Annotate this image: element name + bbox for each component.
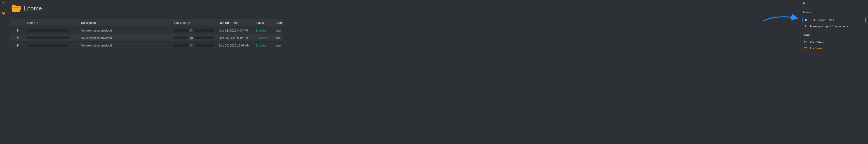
at-symbol: @ <box>189 36 194 40</box>
redacted-domain <box>195 29 214 32</box>
folder-icon <box>11 4 21 13</box>
table-row[interactable]: No description provided@Sep 15, 2020 10:… <box>10 42 283 49</box>
col-last-run-time[interactable]: Last Run Time <box>216 21 253 24</box>
table-row[interactable]: No description provided@Sep 14, 2020 5:1… <box>10 34 283 42</box>
sort-asc-icon: ↑ <box>37 22 38 24</box>
redacted-name <box>27 44 69 47</box>
svg-rect-4 <box>804 47 805 48</box>
action-edit-project-roles[interactable]: Edit Project Roles <box>802 17 866 23</box>
col-status-label: Status <box>256 21 264 24</box>
bell-icon[interactable] <box>16 29 19 32</box>
table-header: Name ↑ Description Last Run By Last Run … <box>10 19 283 27</box>
svg-rect-3 <box>804 41 807 43</box>
layout-card-view-label: Card View <box>810 41 824 44</box>
redacted-user <box>174 29 188 32</box>
plug-icon <box>804 24 807 28</box>
table-row[interactable]: No description provided@Aug 13, 2020 4:4… <box>10 27 283 34</box>
brand: Loome <box>10 4 281 13</box>
row-description: No description provided <box>81 44 112 47</box>
row-comm: true <box>276 29 281 32</box>
col-last-run-by-label: Last Run By <box>174 21 190 24</box>
row-last-run-time: Sep 15, 2020 10:07 AM <box>219 44 250 47</box>
col-description-label: Description <box>81 21 96 24</box>
bell-icon[interactable] <box>16 44 19 47</box>
at-symbol: @ <box>189 44 194 47</box>
svg-rect-9 <box>805 49 807 49</box>
action-manage-project-connections-label: Manage Project Connections <box>810 24 848 28</box>
redacted-user <box>174 37 188 39</box>
col-description[interactable]: Description <box>79 21 172 24</box>
section-layout-title: Layout <box>802 33 866 37</box>
svg-rect-8 <box>804 49 805 49</box>
collapse-right-panel-button[interactable] <box>802 2 866 8</box>
col-last-run-by[interactable]: Last Run By <box>172 21 216 24</box>
svg-rect-5 <box>805 47 807 48</box>
card-icon <box>804 41 807 44</box>
expand-left-rail-button[interactable] <box>2 2 5 5</box>
redacted-name <box>27 37 69 39</box>
main-content: Loome Name ↑ Description Last Run By <box>7 0 281 144</box>
layout-list-view-label: List View <box>810 47 822 50</box>
left-rail <box>0 0 7 144</box>
bell-icon[interactable] <box>16 36 19 40</box>
right-panel: Action Edit Project Roles Manage Project… <box>799 0 868 144</box>
svg-rect-7 <box>805 48 807 48</box>
svg-point-1 <box>805 19 806 20</box>
row-comm: true <box>276 44 281 47</box>
redacted-user <box>174 44 188 47</box>
col-status[interactable]: Status <box>253 21 273 24</box>
row-description: No description provided <box>81 36 112 40</box>
action-edit-project-roles-label: Edit Project Roles <box>811 18 834 22</box>
redacted-name <box>27 29 69 32</box>
svg-point-2 <box>806 19 807 20</box>
brand-name: Loome <box>24 5 42 12</box>
projects-table: Name ↑ Description Last Run By Last Run … <box>10 19 283 49</box>
layout-card-view[interactable]: Card View <box>802 39 866 45</box>
layout-list-view[interactable]: List View <box>802 45 866 51</box>
action-manage-project-connections[interactable]: Manage Project Connections <box>802 23 866 29</box>
col-name-label: Name <box>27 21 35 24</box>
row-status: Success <box>256 36 267 40</box>
row-last-run-time: Sep 14, 2020 5:12 PM <box>219 36 248 40</box>
list-icon <box>804 47 807 50</box>
add-button[interactable] <box>2 11 5 16</box>
row-description: No description provided <box>81 29 112 32</box>
row-comm: true <box>276 36 281 40</box>
row-last-run-time: Aug 13, 2020 4:43 PM <box>219 29 248 32</box>
col-last-run-time-label: Last Run Time <box>219 21 238 24</box>
redacted-domain <box>195 37 214 39</box>
col-name[interactable]: Name ↑ <box>25 21 79 24</box>
at-symbol: @ <box>189 29 194 32</box>
row-status: Success <box>256 29 267 32</box>
users-icon <box>804 18 808 22</box>
row-status: Success <box>256 44 267 47</box>
section-action-title: Action <box>802 11 866 14</box>
redacted-domain <box>195 44 214 47</box>
svg-rect-6 <box>804 48 805 48</box>
